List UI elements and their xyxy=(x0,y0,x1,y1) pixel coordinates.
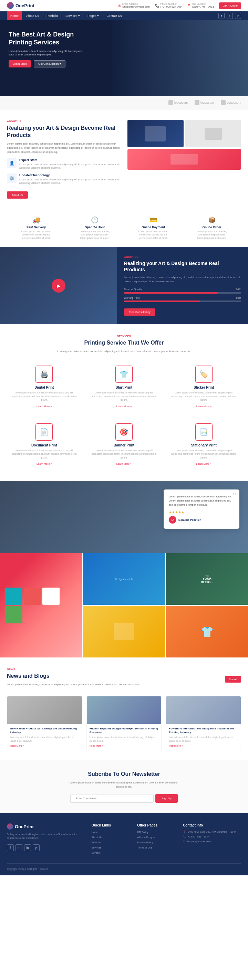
news-image-2 xyxy=(87,696,162,724)
print-card-shirt: 👕 Shirt Print Lorem ipsum dolor sit amet… xyxy=(87,360,162,413)
printing-grid: 🖨️ Digital Print Lorem ipsum dolor sit a… xyxy=(7,360,241,471)
read-more-3[interactable]: Read More » xyxy=(169,745,238,747)
address-icon: 📍 xyxy=(183,830,186,834)
footer-link-hr[interactable]: HR Policy xyxy=(137,830,176,834)
payment-icon: 💳 xyxy=(136,216,171,224)
banner-section: ▶ About Us Realizing your Art & Design B… xyxy=(0,247,248,324)
news-title-2: Fujifilm Expands Integrated Inkjet Solut… xyxy=(90,727,159,734)
gallery-item-boxes xyxy=(0,553,82,657)
footer-link-terms[interactable]: Terms of Use xyxy=(137,846,176,849)
footer-youtube-icon[interactable]: yt xyxy=(33,845,40,851)
footer-link-home[interactable]: Home xyxy=(91,830,130,834)
footer-twitter-icon[interactable]: t xyxy=(16,845,22,851)
twitter-nav-icon[interactable]: t xyxy=(227,13,233,19)
quote-button[interactable]: Get A Quote xyxy=(219,2,241,9)
footer-address: 📍 9480 M St. Suite 300, New Columbia - 4… xyxy=(183,830,241,834)
instagram-nav-icon[interactable]: in xyxy=(235,13,241,19)
read-more-1[interactable]: Read More » xyxy=(10,745,79,747)
banner-overlay: ▶ xyxy=(0,247,117,324)
progress-section: Material Quality 80% Working Time 65% xyxy=(124,288,241,302)
banner-video-area: ▶ xyxy=(0,247,117,324)
banner-red-label: About Us xyxy=(124,255,241,259)
banner-print-learn-more[interactable]: Learn More » xyxy=(90,462,158,465)
expert-staff-icon: 👤 xyxy=(7,158,16,168)
facebook-nav-icon[interactable]: f xyxy=(218,13,225,19)
footer-other-pages: Other Pages HR Policy Affiliate Program … xyxy=(137,823,176,856)
email-icon: ✉ xyxy=(183,840,185,843)
phone-contact: 📞 Phone Number (+0) 000 524 069 xyxy=(155,3,181,8)
nav-links: Home About Us Portfolio Services ▾ Pages… xyxy=(7,11,125,20)
nav-services[interactable]: Services ▾ xyxy=(62,11,83,20)
newsletter-email-input[interactable] xyxy=(70,794,154,803)
nav-social: f t in xyxy=(218,13,241,19)
site-logo[interactable]: OnePrint xyxy=(7,2,34,9)
footer-about: OnePrint Selling we accounted toughness … xyxy=(7,823,85,856)
document-print-desc: Lorem ipsum dolor sit amet, consectetur … xyxy=(10,449,78,460)
banner-print-icon: 🎯 xyxy=(115,423,133,441)
footer-link-services[interactable]: Services xyxy=(91,846,130,849)
footer-quick-links: Quick Links Home About Us Portfolio Serv… xyxy=(91,823,130,856)
shirt-print-learn-more[interactable]: Learn More » xyxy=(90,405,158,408)
news-title-3: Powerlind launches new sticky note machi… xyxy=(169,727,238,734)
footer-facebook-icon[interactable]: f xyxy=(7,845,14,851)
read-more-2[interactable]: Read More » xyxy=(90,745,159,747)
testimonial-text: Lorem ipsum dolor sit amet, consectetur … xyxy=(169,495,234,507)
news-title: News and Blogs xyxy=(7,673,140,680)
document-print-learn-more[interactable]: Learn More » xyxy=(10,462,78,465)
footer-link-portfolio[interactable]: Portfolio xyxy=(91,841,130,844)
about-image-2 xyxy=(185,120,242,147)
print-card-stationary: 📑 Stationary Print Lorem ipsum dolor sit… xyxy=(166,418,241,471)
footer-link-privacy[interactable]: Privacy Policy xyxy=(137,841,176,844)
banner-title: Realizing your Art & Design Become Real … xyxy=(124,260,241,273)
testimonial-author: D Dominic Pelletier xyxy=(169,516,234,523)
feature-expert-staff: 👤 Expert Staff Lorem ipsum dolor sit ame… xyxy=(7,158,120,170)
document-print-title: Document Print xyxy=(10,443,78,447)
free-consultancy-button[interactable]: Free Consultancy xyxy=(124,309,155,316)
phone-icon: 📞 xyxy=(183,835,186,838)
footer-quick-links-heading: Quick Links xyxy=(91,823,130,827)
gallery-item-design: Design materials xyxy=(83,553,165,605)
testimonial-section: " Lorem ipsum dolor sit amet, consectetu… xyxy=(0,481,248,553)
progress-working-time: Working Time 65% xyxy=(124,296,241,302)
open24-label: Open 24 Hour xyxy=(77,226,112,229)
testimonial-card: " Lorem ipsum dolor sit amet, consectetu… xyxy=(163,490,239,529)
material-quality-value: 80% xyxy=(236,288,241,291)
footer-link-affiliate[interactable]: Affiliate Program xyxy=(137,836,176,839)
shirt-print-title: Shirt Print xyxy=(90,385,158,389)
order-desc: Lorem ipsum dolor sit amet, consectetur … xyxy=(195,230,229,240)
nav-portfolio[interactable]: Portfolio xyxy=(43,11,61,20)
logo-item-1: logopsum xyxy=(168,100,188,105)
hero-consult-button[interactable]: Get Consultation ▾ xyxy=(34,60,66,67)
footer-linkedin-icon[interactable]: in xyxy=(24,845,31,851)
digital-print-learn-more[interactable]: Learn More » xyxy=(10,405,78,408)
copyright-text: Copyright © 2024. All Rights Reserved xyxy=(7,868,48,870)
footer-link-contact[interactable]: Contact xyxy=(91,851,130,854)
open24-desc: Lorem ipsum dolor sit amet, consectetur … xyxy=(77,230,112,240)
footer-link-about[interactable]: About Us xyxy=(91,836,130,839)
location-label: Our Location xyxy=(192,3,214,5)
news-red-label: News xyxy=(7,668,140,671)
nav-about[interactable]: About Us xyxy=(23,11,42,20)
nav-contact[interactable]: Contact Us xyxy=(103,11,125,20)
sticker-print-learn-more[interactable]: Learn More » xyxy=(170,405,238,408)
service-online-payment: 💳 Online Payment Lorem ipsum dolor sit a… xyxy=(136,216,171,240)
testimonial-stars: ★★★★★ xyxy=(169,511,234,514)
author-name: Dominic Pelletier xyxy=(178,519,201,522)
news-header: News News and Blogs Lorem ipsum dolor si… xyxy=(7,668,241,691)
stationary-print-learn-more[interactable]: Learn More » xyxy=(170,462,238,465)
hero-learn-more-button[interactable]: Learn More xyxy=(9,60,31,67)
partner-logo-text-2: logopsum xyxy=(200,101,214,104)
play-button[interactable]: ▶ xyxy=(52,279,66,293)
feature-updated-tech: ⚙️ Updated Technology Lorem ipsum dolor … xyxy=(7,173,120,185)
about-button[interactable]: About Us xyxy=(7,191,28,199)
about-title: Realizing your Art & Design Become Real … xyxy=(7,125,120,139)
hero-description: Lorem ipsum dolor sit amet, consectetur … xyxy=(9,49,85,57)
nav-pages[interactable]: Pages ▾ xyxy=(84,11,102,20)
location-value: Dalton, NY - 0011 xyxy=(192,5,214,8)
signup-button[interactable]: Sign Up xyxy=(155,794,178,803)
see-all-button[interactable]: See All xyxy=(225,676,241,682)
email-value: Support@domain.com xyxy=(122,5,150,8)
news-image-1 xyxy=(7,696,82,724)
nav-home[interactable]: Home xyxy=(7,11,22,20)
material-quality-bar xyxy=(124,292,241,294)
